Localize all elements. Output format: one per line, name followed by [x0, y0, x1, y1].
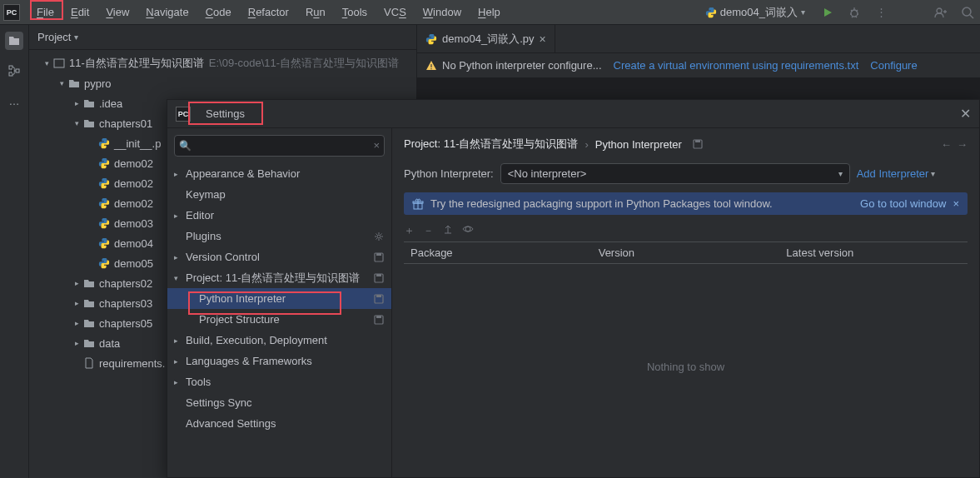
interpreter-value: <No interpreter> — [508, 167, 587, 180]
package-toolbar: ＋ － — [404, 220, 968, 241]
expand-icon[interactable]: ▸ — [71, 99, 82, 107]
clear-icon[interactable]: × — [373, 139, 380, 152]
settings-category-item[interactable]: ▾Project: 11-自然语言处理与知识图谱 — [167, 267, 391, 288]
col-version[interactable]: Version — [592, 246, 780, 259]
expand-icon[interactable]: ▸ — [174, 357, 186, 366]
python-icon — [97, 217, 111, 230]
expand-icon[interactable]: ▸ — [174, 212, 186, 220]
settings-search-input[interactable] — [174, 135, 385, 157]
expand-icon[interactable]: ▸ — [174, 378, 186, 386]
tree-item-label: .idea — [99, 97, 122, 110]
settings-category-item[interactable]: ▸Tools — [167, 371, 391, 392]
code-with-me-icon[interactable] — [932, 3, 950, 22]
settings-category-item[interactable]: ▸Editor — [167, 205, 391, 226]
settings-item-label: Build, Execution, Deployment — [186, 334, 373, 346]
left-toolbar: … — [0, 25, 29, 478]
close-icon[interactable]: ✕ — [960, 106, 971, 122]
menu-navigate[interactable]: Navigate — [137, 2, 196, 22]
badge — [373, 397, 385, 409]
more-button[interactable]: ⋮ — [872, 3, 890, 22]
expand-icon[interactable]: ▾ — [174, 274, 186, 282]
menu-vcs[interactable]: VCS — [376, 2, 415, 22]
nav-back-button[interactable]: ← — [941, 138, 952, 151]
add-interpreter-link[interactable]: Add Interpreter ▾ — [857, 167, 936, 180]
banner-configure-link[interactable]: Configure — [870, 59, 917, 72]
more-tool-button[interactable]: … — [5, 92, 23, 110]
expand-icon[interactable]: ▸ — [71, 339, 82, 347]
menu-tools[interactable]: Tools — [334, 2, 376, 22]
expand-icon[interactable]: ▾ — [56, 79, 67, 87]
settings-item-label: Languages & Frameworks — [186, 355, 373, 367]
svg-point-1 — [937, 8, 942, 13]
menu-edit[interactable]: Edit — [62, 2, 97, 22]
expand-icon[interactable]: ▸ — [174, 170, 186, 178]
col-latest[interactable]: Latest version — [779, 246, 968, 259]
menu-code[interactable]: Code — [197, 2, 240, 22]
run-configuration-selector[interactable]: demo04_词嵌入 ▾ — [700, 3, 810, 22]
show-early-releases-button[interactable] — [462, 223, 474, 238]
tree-root[interactable]: ▾ 11-自然语言处理与知识图谱 E:\09-code\11-自然语言处理与知识… — [29, 53, 416, 73]
settings-category-item[interactable]: Keymap — [167, 184, 391, 205]
tree-item-label: chapters03 — [99, 297, 152, 310]
tree-item-label: demo02 — [114, 177, 153, 190]
close-icon[interactable]: × — [540, 32, 546, 46]
menu-file[interactable]: File — [28, 2, 62, 22]
breadcrumb-parent[interactable]: Project: 11-自然语言处理与知识图谱 — [404, 137, 578, 152]
tree-item-label: chapters01 — [99, 117, 152, 130]
expand-icon[interactable]: ▾ — [71, 119, 82, 127]
banner-warning-text: No Python interpreter configure... — [442, 59, 602, 72]
table-header: Package Version Latest version — [404, 242, 968, 264]
tree-item[interactable]: ▾pypro — [29, 73, 416, 93]
settings-category-list[interactable]: ▸Appearance & BehaviorKeymap▸EditorPlugi… — [167, 163, 391, 477]
menu-refactor[interactable]: Refactor — [240, 2, 297, 22]
tree-item-label: demo05 — [114, 257, 153, 270]
settings-category-item[interactable]: ▸Languages & Frameworks — [167, 351, 391, 371]
remove-package-button[interactable]: － — [423, 223, 434, 238]
structure-tool-button[interactable] — [5, 62, 23, 80]
search-icon: 🔍 — [179, 140, 192, 152]
run-button[interactable] — [818, 3, 837, 22]
expand-icon[interactable]: ▾ — [41, 59, 52, 67]
interpreter-dropdown[interactable]: <No interpreter> ▾ — [500, 163, 850, 184]
upgrade-package-button[interactable] — [442, 223, 454, 238]
settings-category-item[interactable]: ▸Appearance & Behavior — [167, 163, 391, 184]
settings-category-item[interactable]: ▸Build, Execution, Deployment — [167, 330, 391, 351]
col-package[interactable]: Package — [404, 246, 592, 259]
badge — [373, 335, 385, 346]
expand-icon[interactable]: ▸ — [71, 279, 82, 287]
nav-forward-button[interactable]: → — [957, 138, 968, 151]
project-panel-header[interactable]: Project ▾ — [29, 25, 416, 50]
folder-icon — [82, 276, 96, 290]
settings-category-item[interactable]: Plugins — [167, 226, 391, 246]
banner-create-venv-link[interactable]: Create a virtual environment using requi… — [614, 59, 859, 72]
python-icon — [705, 7, 717, 18]
expand-icon[interactable]: ▸ — [71, 319, 82, 327]
add-package-button[interactable]: ＋ — [404, 223, 415, 238]
folder-icon — [82, 97, 96, 110]
settings-category-item[interactable]: Project Structure — [167, 309, 391, 330]
expand-icon[interactable]: ▸ — [174, 253, 186, 261]
editor-tab[interactable]: demo04_词嵌入.py × — [417, 25, 555, 52]
settings-item-label: Settings Sync — [186, 396, 373, 409]
settings-category-item[interactable]: ▸Version Control — [167, 246, 391, 267]
tree-root-hint: E:\09-code\11-自然语言处理与知识图谱 — [209, 56, 399, 71]
close-icon[interactable]: × — [953, 197, 959, 210]
menu-help[interactable]: Help — [470, 2, 509, 22]
tree-item-label: demo02 — [114, 157, 153, 170]
chevron-down-icon: ▾ — [801, 7, 805, 17]
expand-icon[interactable]: ▸ — [174, 336, 186, 345]
menu-window[interactable]: Window — [415, 2, 470, 22]
menu-view[interactable]: View — [97, 2, 137, 22]
settings-category-item[interactable]: Settings Sync — [167, 392, 391, 413]
project-tool-button[interactable] — [5, 32, 23, 50]
info-banner-link[interactable]: Go to tool window — [860, 197, 946, 210]
svg-rect-17 — [695, 140, 700, 142]
settings-category-item[interactable]: Advanced Settings — [167, 413, 391, 434]
expand-icon[interactable]: ▸ — [71, 299, 82, 307]
debug-button[interactable] — [845, 3, 863, 22]
folder-icon — [82, 117, 96, 130]
search-everywhere-icon[interactable] — [958, 3, 977, 22]
gear-icon — [373, 231, 385, 242]
menu-run[interactable]: Run — [297, 2, 334, 22]
settings-category-item[interactable]: Python Interpreter — [167, 288, 391, 309]
